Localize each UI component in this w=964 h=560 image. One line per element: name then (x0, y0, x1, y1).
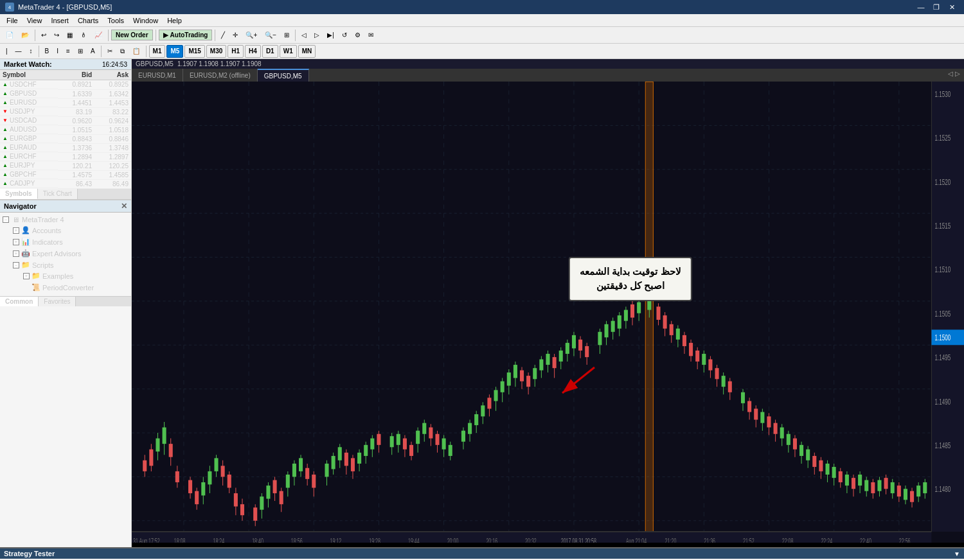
market-watch-row[interactable]: ▲ EURGBP 0.8843 0.8846 (0, 134, 131, 143)
copy-button[interactable]: ⧉ (117, 44, 128, 58)
nav-row-scripts[interactable]: − 📁 Scripts (12, 260, 130, 270)
period-d1[interactable]: D1 (262, 45, 278, 58)
back-button[interactable]: ◁ (298, 28, 310, 42)
cut-button[interactable]: ✂ (104, 44, 116, 58)
market-watch-row[interactable]: ▲ CADJPY 86.43 86.49 (0, 179, 131, 188)
align-button[interactable]: ≡ (63, 44, 73, 58)
svg-rect-140 (553, 357, 557, 368)
period-h4[interactable]: H4 (245, 45, 261, 58)
window-controls[interactable]: — ❐ ✕ (914, 0, 959, 14)
zoom-out-button[interactable]: 🔍− (262, 28, 280, 42)
period-m5[interactable]: M5 (166, 45, 183, 58)
period-m30[interactable]: M30 (206, 45, 226, 58)
period-m1[interactable]: M1 (149, 45, 166, 58)
nav-expand-metatrader4[interactable]: − (3, 216, 9, 223)
zoom-in-button[interactable]: 🔍+ (242, 28, 260, 42)
mw-cell-ask: 1.6342 (94, 89, 131, 98)
line-button[interactable]: | (3, 44, 11, 58)
chart-tab-eurusd-m2[interactable]: EURUSD,M2 (offline) (183, 69, 258, 82)
menu-charts[interactable]: Charts (74, 15, 102, 26)
chart-canvas: 1.1530 1.1525 1.1520 1.1515 1.1510 1.150… (132, 82, 964, 543)
nav-expand-accounts[interactable]: + (13, 227, 19, 234)
chart-tab-gbpusd-m5[interactable]: GBPUSD,M5 (258, 69, 309, 82)
close-button[interactable]: ✕ (945, 0, 959, 14)
svg-rect-146 (572, 335, 576, 349)
undo-button[interactable]: ↩ (38, 28, 49, 42)
paste-button[interactable]: 📋 (129, 44, 143, 58)
menu-window[interactable]: Window (129, 15, 162, 26)
chart-candlestick-button[interactable]: 🕯 (77, 28, 90, 42)
svg-rect-36 (188, 480, 192, 494)
nav-tab-favorites[interactable]: Favorites (39, 297, 76, 306)
svg-rect-46 (221, 466, 225, 477)
nav-expand-scripts[interactable]: − (13, 262, 19, 268)
nav-expand-indicators[interactable]: + (13, 239, 19, 245)
properties-button[interactable]: ⊞ (281, 28, 292, 42)
line-tool-button[interactable]: ╱ (218, 28, 228, 42)
nav-row-period-converter[interactable]: 📜 PeriodConverter (22, 283, 130, 293)
market-watch-row[interactable]: ▼ USDJPY 83.19 83.22 (0, 107, 131, 116)
new-file-button[interactable]: 📄 (3, 28, 17, 42)
chart-bar-button[interactable]: ▦ (64, 28, 76, 42)
svg-rect-203 (774, 423, 778, 434)
menu-help[interactable]: Help (163, 15, 186, 26)
bold-button[interactable]: B (42, 44, 53, 58)
mw-tab-symbols[interactable]: Symbols (0, 189, 38, 199)
menu-file[interactable]: File (3, 15, 22, 26)
market-watch-scroll[interactable]: Symbol Bid Ask ▲ USDCHF 0.8921 0.8925 ▲ … (0, 70, 131, 189)
nav-expand-experts[interactable]: + (13, 250, 19, 257)
new-order-button[interactable]: New Order (111, 30, 153, 40)
market-watch-row[interactable]: ▲ EURCHF 1.2894 1.2897 (0, 152, 131, 161)
menu-view[interactable]: View (23, 15, 46, 26)
to-end-button[interactable]: ▶| (324, 28, 337, 42)
settings-button[interactable]: ⚙ (352, 28, 364, 42)
nav-tab-common[interactable]: Common (0, 297, 39, 306)
chart-tab-eurusd-m1[interactable]: EURUSD,M1 (132, 69, 183, 82)
minimize-button[interactable]: — (914, 0, 928, 14)
crosshair-button[interactable]: ✛ (229, 28, 241, 42)
mw-cell-symbol: ▲ AUDUSD (0, 125, 58, 134)
open-button[interactable]: 📂 (18, 28, 32, 42)
market-watch-row[interactable]: ▼ USDCAD 0.9620 0.9624 (0, 116, 131, 125)
market-watch-row[interactable]: ▲ AUDUSD 1.0515 1.0518 (0, 125, 131, 134)
email-button[interactable]: ✉ (365, 28, 377, 42)
market-watch-row[interactable]: ▲ EURAUD 1.3736 1.3748 (0, 143, 131, 152)
indent-button[interactable]: ⊞ (75, 44, 86, 58)
nav-row-indicators[interactable]: + 📊 Indicators (12, 237, 130, 247)
market-watch-row[interactable]: ▲ GBPCHF 1.4575 1.4585 (0, 170, 131, 179)
nav-row-accounts[interactable]: + 👤 Accounts (12, 225, 130, 236)
auto-trading-button[interactable]: ▶ AutoTrading (159, 30, 213, 40)
svg-rect-94 (397, 434, 400, 445)
italic-button[interactable]: I (53, 44, 62, 58)
menu-tools[interactable]: Tools (103, 15, 128, 26)
mw-tab-tick-chart[interactable]: Tick Chart (38, 189, 78, 199)
forward-button[interactable]: ▷ (311, 28, 323, 42)
menu-insert[interactable]: Insert (47, 15, 73, 26)
period-mn[interactable]: MN (298, 45, 316, 58)
annotation-text2: اصبح كل دقيقتين (580, 279, 681, 293)
svg-rect-88 (370, 439, 374, 450)
period-h1[interactable]: H1 (228, 45, 244, 58)
strategy-tester-close[interactable]: ▼ (954, 550, 960, 557)
period-m15[interactable]: M15 (184, 45, 204, 58)
format-button[interactable]: A (87, 44, 98, 58)
svg-rect-54 (253, 507, 257, 521)
nav-row-metatrader4[interactable]: − 🖥 MetaTrader 4 (1, 214, 130, 225)
navigator-close[interactable]: ✕ (121, 202, 127, 211)
market-watch-row[interactable]: ▲ USDCHF 0.8921 0.8925 (0, 80, 131, 90)
refresh-button[interactable]: ↺ (339, 28, 350, 42)
market-watch-row[interactable]: ▲ EURUSD 1.4451 1.4453 (0, 98, 131, 107)
redo-button[interactable]: ↪ (51, 28, 62, 42)
nav-expand-examples[interactable]: + (23, 273, 30, 279)
cursor-button[interactable]: ↕ (26, 44, 36, 58)
period-w1[interactable]: W1 (280, 45, 297, 58)
market-watch-row[interactable]: ▲ EURJPY 120.21 120.25 (0, 161, 131, 170)
nav-row-experts[interactable]: + 🤖 Expert Advisors (12, 249, 130, 259)
market-watch-row[interactable]: ▲ GBPUSD 1.6339 1.6342 (0, 89, 131, 98)
chart-line-button[interactable]: 📈 (91, 28, 105, 42)
chart-scroll-controls[interactable]: ◁ ▷ (944, 69, 964, 82)
svg-rect-217 (819, 460, 823, 471)
dotted-button[interactable]: — (12, 44, 25, 58)
maximize-button[interactable]: ❐ (929, 0, 943, 14)
nav-row-examples[interactable]: + 📁 Examples (22, 271, 130, 281)
